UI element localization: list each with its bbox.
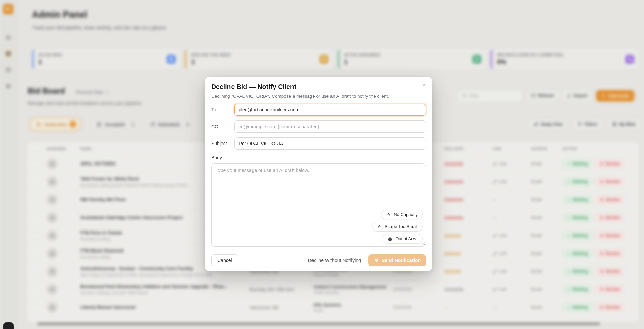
- send-icon: [150, 122, 155, 127]
- bid-source: Email: [531, 233, 562, 238]
- tab-accepted[interactable]: Accepted1: [97, 122, 134, 127]
- row-checkbox[interactable]: [34, 233, 40, 239]
- link-cell[interactable]: Link: [492, 269, 531, 274]
- assignee-avatar[interactable]: [46, 176, 58, 188]
- subject-input[interactable]: [234, 137, 426, 150]
- bid-source: Email: [531, 287, 562, 292]
- bidding-button[interactable]: Bidding: [562, 249, 592, 258]
- table-row[interactable]: Liberty Mutual Vancouver Vancouver, BC E…: [27, 298, 639, 316]
- row-checkbox[interactable]: [34, 305, 40, 310]
- column-header[interactable]: Link: [492, 147, 531, 151]
- search-input[interactable]: Find: [458, 90, 522, 102]
- decline-button[interactable]: Decline: [595, 159, 625, 168]
- sidebar-item-0[interactable]: [3, 32, 13, 42]
- percent-icon: [625, 55, 634, 64]
- column-header[interactable]: Action: [562, 147, 639, 151]
- send-label: Send Notification: [382, 258, 421, 263]
- to-input[interactable]: [234, 104, 426, 116]
- decline-button[interactable]: Decline: [595, 303, 625, 312]
- bot-icon: [49, 161, 55, 167]
- decline-button[interactable]: Decline: [595, 267, 625, 276]
- row-checkbox[interactable]: [34, 161, 40, 167]
- link-icon: [492, 162, 497, 166]
- link-cell[interactable]: Link: [492, 287, 531, 292]
- bidding-button[interactable]: Bidding: [562, 195, 592, 204]
- link-cell[interactable]: Link: [492, 251, 531, 256]
- row-checkbox[interactable]: [34, 269, 40, 275]
- link-cell[interactable]: Link: [492, 161, 531, 166]
- bidding-button[interactable]: Bidding: [562, 159, 592, 168]
- sidebar-item-2[interactable]: [3, 65, 13, 74]
- assignee-avatar[interactable]: [46, 302, 58, 313]
- filters-button[interactable]: Filters: [572, 119, 602, 130]
- assignee-avatar[interactable]: [46, 284, 58, 295]
- decline-button[interactable]: Decline: [595, 177, 625, 186]
- ai-draft-chip-no-capacity[interactable]: No Capacity: [381, 210, 423, 219]
- column-header[interactable]: Due Date ↑: [444, 147, 492, 151]
- column-header[interactable]: Source: [531, 147, 562, 151]
- decline-button[interactable]: Decline: [595, 249, 625, 258]
- home-icon: [5, 35, 11, 40]
- cancel-button[interactable]: Cancel: [211, 254, 238, 266]
- horizontal-scrollbar[interactable]: [37, 323, 600, 325]
- row-checkbox[interactable]: [34, 215, 40, 221]
- export-button[interactable]: Export: [562, 90, 592, 102]
- assignee-avatar[interactable]: [46, 248, 58, 259]
- bidding-button[interactable]: Bidding: [562, 213, 592, 222]
- app-logo: [3, 4, 13, 14]
- check-icon: [567, 216, 571, 220]
- ai-draft-chip-scope-too-small[interactable]: Scope Too Small: [372, 222, 423, 232]
- assignee-avatar[interactable]: [46, 212, 58, 223]
- assignee-avatar[interactable]: [46, 230, 58, 241]
- add-invite-button[interactable]: Add Invite: [596, 90, 635, 102]
- row-checkbox[interactable]: [34, 251, 40, 257]
- select-all-checkbox[interactable]: [34, 146, 40, 152]
- tab-submitted[interactable]: Submitted0: [150, 122, 189, 127]
- decline-button[interactable]: Decline: [595, 285, 625, 294]
- tab-undecided[interactable]: Undecided1: [30, 118, 81, 131]
- bidding-button[interactable]: Bidding: [562, 303, 592, 312]
- refresh-button[interactable]: Refresh: [526, 90, 559, 102]
- stat-label: ACTIVE ASSIGNEES: [344, 53, 380, 57]
- assignee-avatar[interactable]: [46, 158, 58, 170]
- cc-input[interactable]: [234, 120, 426, 133]
- close-icon[interactable]: ×: [420, 80, 428, 89]
- assignee-avatar[interactable]: [46, 266, 58, 277]
- swap-view-button[interactable]: Swap View: [529, 119, 567, 130]
- link-icon: [492, 287, 497, 292]
- bidding-button[interactable]: Bidding: [562, 285, 592, 294]
- bidding-button[interactable]: Bidding: [562, 267, 592, 276]
- decline-button[interactable]: Decline: [595, 231, 625, 240]
- bid-contact: Jamie Gourley: [314, 290, 393, 294]
- link-cell[interactable]: Link: [492, 233, 531, 238]
- stat-label: BIDS DUE THIS WEEK: [191, 53, 231, 57]
- decline-button[interactable]: Decline: [595, 195, 625, 204]
- row-checkbox[interactable]: [34, 197, 40, 203]
- view-selector[interactable]: Personal Stats: [76, 90, 109, 95]
- refresh-label: Refresh: [538, 93, 554, 98]
- sidebar-item-3[interactable]: [3, 81, 13, 91]
- sidebar-item-1[interactable]: [3, 49, 13, 58]
- bot-icon: [49, 233, 55, 239]
- bidding-button[interactable]: Bidding: [562, 231, 592, 240]
- assignee-avatar[interactable]: [46, 194, 58, 205]
- resize-handle-icon[interactable]: [421, 242, 425, 246]
- row-checkbox[interactable]: [34, 179, 40, 185]
- my-bids-button[interactable]: My Bids: [607, 119, 640, 130]
- view-selector-label: Personal Stats: [76, 90, 103, 95]
- bidding-button[interactable]: Bidding: [562, 177, 592, 186]
- send-notification-button[interactable]: Send Notification: [368, 254, 426, 266]
- check-icon: [567, 269, 571, 273]
- link-cell[interactable]: Link: [492, 179, 531, 184]
- decline-without-notifying-button[interactable]: Decline Without Notifying: [306, 257, 363, 263]
- doc-icon: [167, 55, 176, 64]
- table-row[interactable]: Brentwood Park Elementary Addition and S…: [27, 280, 639, 298]
- column-header[interactable]: Assignee: [46, 147, 80, 151]
- row-checkbox[interactable]: [34, 287, 40, 292]
- decline-button[interactable]: Decline: [595, 213, 625, 222]
- bot-icon: [388, 237, 393, 241]
- bid-location: Burnaby, BC V5B 3G4: [250, 287, 314, 292]
- ai-draft-chip-out-of-area[interactable]: Out of Area: [383, 234, 423, 244]
- doc-icon: [612, 122, 617, 127]
- bot-icon: [49, 268, 55, 275]
